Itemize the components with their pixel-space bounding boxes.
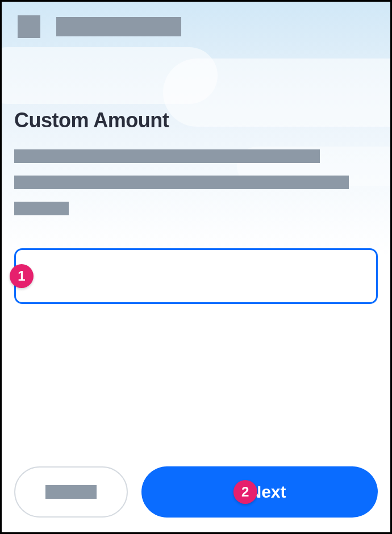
description-line-placeholder [14, 176, 349, 189]
back-icon[interactable] [18, 15, 40, 38]
description-block [14, 149, 378, 215]
footer-actions: 2 Next [14, 466, 378, 518]
amount-input[interactable] [14, 248, 378, 304]
header-title-placeholder [56, 17, 181, 36]
back-button-label-placeholder [45, 485, 97, 499]
description-line-placeholder [14, 202, 69, 215]
amount-input-wrap: 1 [14, 248, 378, 304]
back-button[interactable] [14, 466, 128, 518]
main-content: Custom Amount 1 [14, 109, 378, 304]
description-line-placeholder [14, 149, 320, 163]
annotation-badge-1: 1 [10, 264, 34, 288]
app-frame: Custom Amount 1 2 Next [0, 0, 392, 534]
page-title: Custom Amount [14, 109, 378, 132]
annotation-badge-2: 2 [233, 480, 257, 504]
next-button[interactable]: 2 Next [141, 466, 378, 518]
header [18, 15, 181, 38]
